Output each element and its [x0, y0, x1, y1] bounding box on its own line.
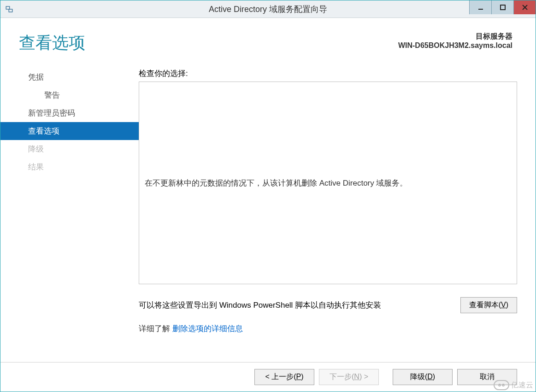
- target-server-block: 目标服务器 WIN-D65BOKJH3M2.sayms.local: [398, 32, 512, 50]
- demote-button-label: 降级(D): [410, 373, 435, 380]
- content-area: 查看选项 目标服务器 WIN-D65BOKJH3M2.sayms.local 凭…: [0, 18, 536, 392]
- previous-button-label: < 上一步(P): [265, 373, 303, 380]
- maximize-button[interactable]: [491, 0, 513, 14]
- sidebar-item-demotion: 降级: [0, 140, 139, 158]
- minimize-button[interactable]: [469, 0, 491, 14]
- demote-button[interactable]: 降级(D): [393, 369, 453, 385]
- window-title: Active Directory 域服务配置向导: [0, 4, 536, 15]
- review-text: 在不更新林中的元数据的情况下，从该计算机删除 Active Directory …: [145, 178, 511, 188]
- svg-rect-1: [9, 9, 12, 12]
- sidebar-item-admin-password[interactable]: 新管理员密码: [0, 104, 139, 122]
- sidebar-item-credentials[interactable]: 凭据: [0, 68, 139, 86]
- main-panel: 检查你的选择: 在不更新林中的元数据的情况下，从该计算机删除 Active Di…: [139, 59, 517, 362]
- titlebar: Active Directory 域服务配置向导: [0, 0, 536, 18]
- minimize-icon: [477, 4, 484, 11]
- close-button[interactable]: [513, 0, 536, 14]
- previous-button[interactable]: < 上一步(P): [254, 369, 314, 385]
- svg-rect-3: [501, 5, 505, 10]
- wizard-footer: < 上一步(P) 下一步(N) > 降级(D) 取消: [0, 362, 536, 392]
- maximize-icon: [500, 4, 506, 11]
- export-description: 可以将这些设置导出到 Windows PowerShell 脚本以自动执行其他安…: [139, 300, 460, 310]
- sidebar-item-results: 结果: [0, 158, 139, 176]
- header-row: 查看选项 目标服务器 WIN-D65BOKJH3M2.sayms.local: [0, 18, 536, 59]
- view-script-button[interactable]: 查看脚本(V): [460, 297, 517, 313]
- sidebar-item-warning[interactable]: 警告: [0, 86, 139, 104]
- close-icon: [522, 4, 528, 11]
- svg-rect-0: [6, 6, 10, 9]
- page-title: 查看选项: [19, 32, 398, 54]
- next-button: 下一步(N) >: [319, 369, 379, 385]
- wizard-sidebar: 凭据 警告 新管理员密码 查看选项 降级 结果: [0, 59, 139, 362]
- review-label: 检查你的选择:: [139, 68, 517, 79]
- window-buttons: [469, 0, 536, 18]
- learn-more-link[interactable]: 删除选项的详细信息: [172, 324, 243, 333]
- learn-more-prefix: 详细了解: [139, 324, 172, 333]
- export-row: 可以将这些设置导出到 Windows PowerShell 脚本以自动执行其他安…: [139, 297, 517, 313]
- learn-more-row: 详细了解 删除选项的详细信息: [139, 323, 517, 334]
- target-server-label: 目标服务器: [398, 32, 512, 41]
- review-selections-box: 在不更新林中的元数据的情况下，从该计算机删除 Active Directory …: [139, 82, 517, 284]
- target-server-name: WIN-D65BOKJH3M2.sayms.local: [398, 41, 512, 50]
- view-script-button-label: 查看脚本(V): [469, 301, 508, 309]
- body-row: 凭据 警告 新管理员密码 查看选项 降级 结果 检查你的选择: 在不更新林中的元…: [0, 59, 536, 362]
- app-icon: [5, 5, 13, 13]
- next-button-label: 下一步(N) >: [330, 373, 368, 380]
- cancel-button[interactable]: 取消: [457, 369, 517, 385]
- wizard-window: Active Directory 域服务配置向导 查看选项 目标服务器 WIN-…: [0, 0, 536, 392]
- sidebar-item-review-options[interactable]: 查看选项: [0, 122, 139, 140]
